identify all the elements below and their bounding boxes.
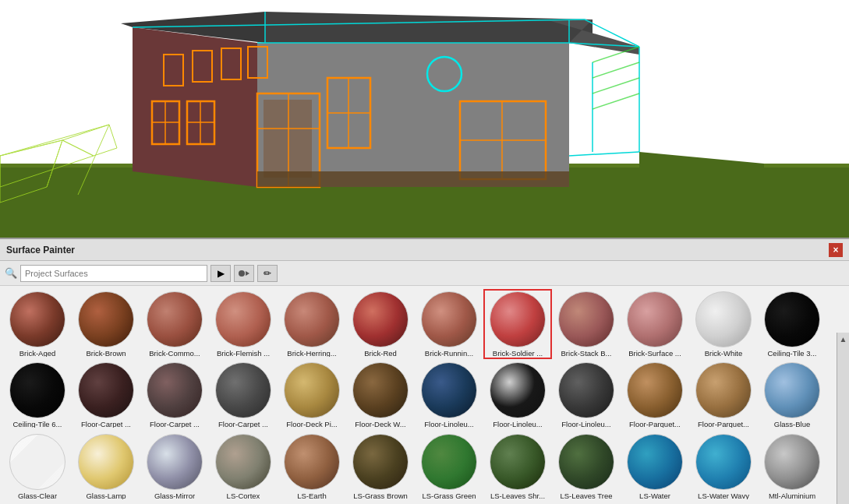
material-thumbnail [147,434,203,490]
svg-rect-48 [257,171,569,187]
material-item-floor-linoleu-2[interactable]: Floor-Linoleu... [483,360,552,430]
material-item-glass-mirror[interactable]: Glass-Mirror [140,432,209,502]
paint-mode-button[interactable]: ✏ [257,265,278,282]
material-item-floor-linoleu-3[interactable]: Floor-Linoleu... [552,360,621,430]
material-thumbnail [9,291,65,347]
material-thumbnail [9,362,65,418]
material-thumbnail [78,291,134,347]
material-item-brick-flemish[interactable]: Brick-Flemish ... [209,289,278,359]
material-label: Floor-Deck Pi... [286,420,337,428]
material-thumbnail [284,362,340,418]
svg-marker-51 [246,271,249,276]
material-thumbnail [558,362,614,418]
apply-to-selection-button[interactable] [234,265,254,282]
material-label: Mtl-Aluminium [769,492,815,499]
material-item-brick-common[interactable]: Brick-Commo... [140,289,209,359]
material-item-ls-leaves-tree[interactable]: LS-Leaves Tree [552,432,621,502]
material-thumbnail [627,434,683,490]
material-item-floor-carpet-1[interactable]: Floor-Carpet ... [72,360,140,430]
material-label: LS-Leaves Tree [560,492,612,499]
material-label: Floor-Deck W... [355,420,405,428]
material-item-ls-leaves-shr[interactable]: LS-Leaves Shr... [483,432,552,502]
material-item-ceiling-tile-3[interactable]: Ceiling-Tile 3... [758,289,826,359]
search-input[interactable] [20,265,207,282]
material-thumbnail [284,291,340,347]
material-label: Brick-Red [364,349,397,357]
filter-button[interactable]: ▶ [210,265,231,282]
material-thumbnail [215,362,271,418]
material-item-brick-soldier[interactable]: Brick-Soldier ... [483,289,552,359]
material-item-ls-earth[interactable]: LS-Earth [278,432,346,502]
materials-grid: Brick-AgedBrick-BrownBrick-Commo...Brick… [0,286,837,504]
material-thumbnail [215,291,271,347]
material-item-brick-aged[interactable]: Brick-Aged [3,289,72,359]
3d-viewport[interactable] [0,0,849,238]
material-item-brick-running[interactable]: Brick-Runnin... [415,289,483,359]
material-label: LS-Cortex [227,492,260,499]
material-label: Floor-Carpet ... [218,420,268,428]
close-button[interactable]: × [829,243,843,257]
material-item-ls-cortex[interactable]: LS-Cortex [209,432,278,502]
material-label: Brick-Aged [19,349,55,357]
material-label: Glass-Lamp [86,492,126,499]
material-label: LS-Grass Brown [353,492,408,499]
material-item-floor-carpet-3[interactable]: Floor-Carpet ... [209,360,278,430]
material-item-ls-grass-brown[interactable]: LS-Grass Brown [346,432,415,502]
material-label: Glass-Clear [18,492,57,499]
material-label: Brick-Surface ... [628,349,681,357]
material-label: Brick-Herring... [287,349,336,357]
material-thumbnail [147,362,203,418]
scrollbar[interactable]: ▲ ▼ [837,333,849,504]
surface-painter-panel: Surface Painter × 🔍 ▶ ✏ Brick-AgedBrick-… [0,238,849,504]
material-label: LS-Water Wavy [698,492,749,499]
material-item-mtl-aluminium[interactable]: Mtl-Aluminium [758,432,826,502]
material-item-ls-grass-green[interactable]: LS-Grass Green [415,432,483,502]
material-item-ls-water-wavy[interactable]: LS-Water Wavy [689,432,758,502]
material-item-glass-lamp[interactable]: Glass-Lamp [72,432,140,502]
material-item-floor-deck-w[interactable]: Floor-Deck W... [346,360,415,430]
material-label: Ceiling-Tile 6... [12,420,62,428]
toolbar: 🔍 ▶ ✏ [0,261,849,286]
svg-point-50 [239,270,245,277]
material-thumbnail [421,362,477,418]
material-label: Brick-White [705,349,743,357]
material-label: Brick-Soldier ... [493,349,543,357]
material-item-floor-parquet-1[interactable]: Floor-Parquet... [621,360,689,430]
material-item-brick-stack[interactable]: Brick-Stack B... [552,289,621,359]
material-thumbnail [284,434,340,490]
scroll-up-arrow[interactable]: ▲ [840,336,847,344]
material-label: LS-Leaves Shr... [490,492,545,499]
material-thumbnail [490,434,546,490]
material-item-floor-carpet-2[interactable]: Floor-Carpet ... [140,360,209,430]
material-thumbnail [147,291,203,347]
material-item-brick-brown[interactable]: Brick-Brown [72,289,140,359]
material-item-floor-parquet-2[interactable]: Floor-Parquet... [689,360,758,430]
material-item-glass-blue[interactable]: Glass-Blue [758,360,826,430]
material-item-brick-surface[interactable]: Brick-Surface ... [621,289,689,359]
panel-header: Surface Painter × [0,239,849,261]
material-thumbnail [627,291,683,347]
material-label: Brick-Brown [86,349,126,357]
material-item-ls-water[interactable]: LS-Water [621,432,689,502]
material-item-brick-white[interactable]: Brick-White [689,289,758,359]
material-item-glass-clear[interactable]: Glass-Clear [3,432,72,502]
material-item-floor-deck-pi[interactable]: Floor-Deck Pi... [278,360,346,430]
material-thumbnail [78,362,134,418]
material-thumbnail [764,362,820,418]
material-item-floor-linoleu-1[interactable]: Floor-Linoleu... [415,360,483,430]
material-thumbnail [558,291,614,347]
material-item-brick-herring[interactable]: Brick-Herring... [278,289,346,359]
material-item-ceiling-tile-6[interactable]: Ceiling-Tile 6... [3,360,72,430]
material-label: Ceiling-Tile 3... [767,349,816,357]
material-thumbnail [490,291,546,347]
material-label: Glass-Mirror [154,492,195,499]
material-label: Floor-Carpet ... [150,420,200,428]
material-thumbnail [490,362,546,418]
material-thumbnail [764,291,820,347]
material-label: Floor-Linoleu... [424,420,473,428]
material-thumbnail [695,362,752,418]
material-thumbnail [421,291,477,347]
material-thumbnail [9,434,65,490]
material-item-brick-red[interactable]: Brick-Red [346,289,415,359]
material-thumbnail [695,291,752,347]
